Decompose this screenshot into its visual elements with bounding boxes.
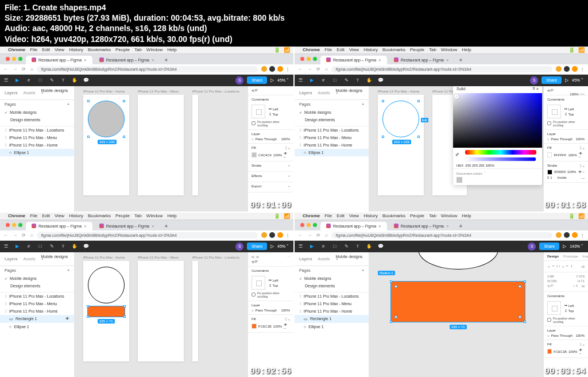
prototype-tab[interactable]: Prototype — [563, 255, 578, 258]
menu-file[interactable]: File — [30, 213, 37, 218]
menu-history[interactable]: History — [363, 213, 378, 218]
tab-close-icon[interactable]: × — [446, 57, 449, 63]
tab-close-icon[interactable]: × — [378, 224, 381, 229]
constraint-h-select[interactable]: ↦ Left — [564, 303, 574, 307]
menu-help[interactable]: Help — [167, 47, 176, 52]
add-fill-button[interactable]: ⠿ + — [285, 146, 290, 150]
share-button[interactable]: Share — [247, 76, 267, 84]
y-input[interactable]: 475 — [579, 275, 585, 278]
figma-canvas[interactable]: iPhone 11 Pro Max - Home iPhone 11 Pro M… — [75, 86, 247, 211]
fix-position-checkbox[interactable] — [252, 293, 256, 297]
layer-item-selected[interactable]: ○ Ellipse 1 — [295, 149, 369, 156]
rectangle-shape[interactable] — [87, 306, 125, 317]
stroke-swatch[interactable] — [547, 170, 552, 175]
tab-close-icon[interactable]: × — [152, 224, 154, 229]
menu-help[interactable]: Help — [462, 47, 471, 52]
constraint-v-select[interactable]: ↧ Top — [564, 112, 574, 116]
menu-window[interactable]: Window — [146, 47, 163, 52]
extension-icon[interactable] — [564, 66, 570, 72]
share-button[interactable]: Share — [541, 76, 562, 84]
menu-view[interactable]: View — [55, 47, 64, 52]
constraint-v-select[interactable]: ↧ Top — [269, 112, 278, 116]
zoom-level[interactable]: 45% ˅ — [277, 244, 291, 249]
constraint-widget[interactable] — [252, 105, 265, 118]
forward-icon[interactable]: → — [307, 67, 312, 72]
chrome-menu-icon[interactable]: ⋮ — [285, 67, 290, 72]
menu-people[interactable]: People — [115, 47, 130, 52]
color-model-select[interactable]: HEX — [457, 164, 463, 167]
assets-tab[interactable]: Assets — [24, 91, 36, 95]
page-item[interactable]: Design elements — [295, 282, 369, 290]
zoom-level[interactable]: 143% ˅ — [570, 244, 586, 249]
new-tab-button[interactable]: + — [456, 222, 466, 230]
back-icon[interactable]: ← — [3, 67, 8, 72]
frame-tool-icon[interactable]: # — [320, 77, 327, 84]
window-maximize-button[interactable] — [18, 57, 22, 61]
extension-icon[interactable] — [556, 232, 562, 238]
constraint-h-select[interactable]: ↦ Left — [269, 107, 278, 111]
ellipse-shape[interactable] — [88, 101, 125, 137]
layer-item[interactable]: ⠿iPhone 11 Pro Max - Locations — [295, 126, 369, 134]
tab-close-icon[interactable]: × — [152, 57, 154, 63]
share-button[interactable]: Share — [247, 243, 267, 250]
pen-tool-icon[interactable]: ✎ — [48, 243, 55, 250]
comment-tool-icon[interactable]: 💬 — [83, 243, 90, 250]
constraint-h-select[interactable]: ↦ Left — [269, 278, 278, 282]
window-close-button[interactable] — [300, 223, 304, 227]
assets-tab[interactable]: Assets — [318, 91, 330, 95]
menu-people[interactable]: People — [115, 213, 130, 218]
layer-item[interactable]: ⠿iPhone 11 Pro Max - Home — [0, 141, 74, 149]
reload-icon[interactable]: ⟳ — [316, 67, 320, 72]
browser-tab-inactive[interactable]: Restaurant app – Figma × — [94, 56, 160, 64]
layer-item[interactable]: ⠿iPhone 11 Pro Max - Menu — [0, 300, 74, 307]
tab-close-icon[interactable]: × — [446, 224, 449, 229]
add-fill-button[interactable]: ⠿ + — [579, 343, 585, 347]
profile-avatar-icon[interactable] — [572, 232, 578, 238]
browser-tab-active[interactable]: Restaurant app – Figma× — [320, 56, 387, 64]
text-tool-icon[interactable]: T — [354, 243, 361, 250]
fix-position-checkbox[interactable] — [547, 318, 551, 322]
window-close-button[interactable] — [6, 57, 10, 61]
layer-item[interactable]: ⠿iPhone 11 Pro Max - Locations — [0, 126, 74, 134]
color-rgb-inputs[interactable]: 255 255 255 100% — [465, 164, 494, 167]
menu-people[interactable]: People — [410, 213, 424, 218]
layers-tab[interactable]: Layers — [5, 91, 18, 95]
fill-swatch[interactable] — [252, 324, 257, 329]
present-button[interactable]: ▷ — [270, 78, 274, 83]
share-button[interactable]: Share — [539, 243, 559, 250]
h-input[interactable]: 71 — [581, 279, 585, 283]
menu-window[interactable]: Window — [146, 213, 163, 218]
layer-item-selected[interactable]: ▭ Rectangle 1 — [295, 315, 369, 323]
add-page-button[interactable]: + — [67, 268, 69, 272]
layer-item[interactable]: ⠿iPhone 11 Pro Max - Locations — [295, 293, 369, 300]
constraint-widget[interactable] — [547, 301, 561, 315]
menu-file[interactable]: File — [324, 213, 332, 218]
forward-icon[interactable]: → — [307, 233, 312, 238]
present-button[interactable]: ▷ — [565, 78, 568, 83]
add-fill-button[interactable]: ⠿ + — [285, 317, 290, 321]
forward-icon[interactable]: → — [13, 233, 17, 238]
menu-edit[interactable]: Edit — [42, 47, 50, 52]
page-item[interactable]: Design elements — [0, 282, 74, 290]
text-tool-icon[interactable]: T — [60, 77, 67, 84]
menu-bookmarks[interactable]: Bookmarks — [88, 47, 111, 52]
browser-tab-inactive[interactable]: Restaurant app – Figma× — [388, 222, 455, 230]
menu-bookmarks[interactable]: Bookmarks — [382, 47, 405, 52]
browser-tab-inactive[interactable]: Restaurant app – Figma× — [388, 56, 455, 64]
figma-canvas[interactable]: iPhone 11 Pro Max - Home iPhone 11 Pro M… — [75, 252, 247, 377]
assets-tab[interactable]: Assets — [24, 257, 36, 261]
zoom-level[interactable]: 45% ˅ — [277, 78, 291, 83]
blend-mode-select[interactable]: Pass Through — [256, 137, 277, 141]
comment-tool-icon[interactable]: 💬 — [377, 243, 384, 250]
window-maximize-button[interactable] — [313, 223, 317, 227]
constraint-v-select[interactable]: ↧ Top — [564, 309, 574, 313]
move-tool-icon[interactable]: ▶ — [14, 77, 21, 84]
inspect-tab[interactable]: Inspect — [583, 255, 588, 258]
menu-help[interactable]: Help — [462, 213, 471, 218]
menu-bookmarks[interactable]: Bookmarks — [382, 213, 405, 218]
figma-canvas[interactable]: Radius 1 235 × 71 — [369, 252, 543, 377]
add-stroke-button[interactable]: + — [288, 164, 290, 167]
stroke-hex-input[interactable]: 000000 — [554, 170, 566, 174]
fix-position-checkbox[interactable] — [252, 121, 256, 125]
fill-swatch[interactable] — [547, 152, 552, 157]
